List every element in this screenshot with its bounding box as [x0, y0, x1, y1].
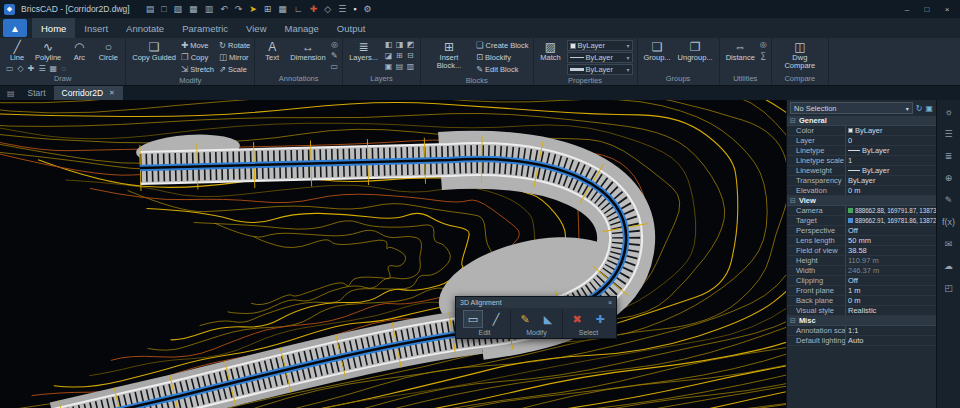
property-row-default-lighting[interactable]: Default lightingAuto [787, 336, 936, 346]
property-row-layer[interactable]: Layer0 [787, 136, 936, 146]
draw-tool-icon-0[interactable]: ▭ [6, 64, 14, 73]
annotate-panel-icon[interactable]: ✎ [940, 193, 958, 206]
stretch-button[interactable]: ⇲Stretch [181, 63, 214, 75]
distance-button[interactable]: ⇔Distance [724, 39, 757, 63]
property-row-clipping[interactable]: ClippingOff [787, 276, 936, 286]
doc-tab-corridor2d[interactable]: Corridor2D✕ [54, 86, 123, 100]
property-row-transparency[interactable]: TransparencyByLayer [787, 176, 936, 186]
property-row-perspective[interactable]: PerspectiveOff [787, 226, 936, 236]
polyline-button[interactable]: ∿Polyline [33, 39, 63, 63]
pick-add-icon[interactable]: ▣ [925, 104, 933, 113]
doc-tab-start[interactable]: Start [20, 86, 54, 100]
layer-tool-icon-3[interactable]: ◪ [383, 50, 394, 61]
bylayer-dropdown-0[interactable]: ByLayer▾ [567, 40, 633, 51]
collapse-icon[interactable]: ⊟ [790, 117, 796, 125]
properties-panel-icon[interactable]: ☰ [940, 127, 958, 140]
close-icon[interactable]: × [608, 299, 612, 306]
close-button[interactable]: × [938, 5, 956, 14]
text-button[interactable]: AText [259, 39, 285, 63]
rotate-button[interactable]: ↻Rotate [219, 39, 250, 51]
section-view[interactable]: ⊟View [787, 196, 936, 206]
edit-alignment-icon[interactable]: ▭ [463, 310, 483, 328]
match-button[interactable]: ▨Match [538, 39, 564, 63]
selection-dropdown[interactable]: No Selection ▾ [790, 102, 913, 114]
lineweight-icon[interactable]: ☰ [338, 4, 346, 14]
layers-button[interactable]: ≣Layers... [347, 39, 380, 63]
tab-list-icon[interactable]: ▤ [2, 86, 20, 100]
corner-edit-icon[interactable]: ◣ [538, 310, 558, 328]
draw-tool-icon-1[interactable]: ◇ [18, 64, 24, 73]
application-button[interactable]: ▲ [3, 19, 27, 37]
line-button[interactable]: ╱Line [4, 39, 30, 63]
section-general[interactable]: ⊟General [787, 116, 936, 126]
refresh-icon[interactable]: ↻ [916, 104, 923, 113]
paint-corridor-icon[interactable]: ✎ [515, 310, 535, 328]
new-icon[interactable]: □ [161, 4, 166, 14]
print-icon[interactable]: ▥ [205, 4, 214, 14]
tab-parametric[interactable]: Parametric [173, 18, 237, 38]
create-block-button[interactable]: ❏Create Block [476, 39, 529, 51]
layer-tool-icon-6[interactable]: ▣ [383, 61, 394, 72]
bylayer-dropdown-1[interactable]: ByLayer▾ [567, 52, 633, 63]
draw-tool-icon-5[interactable]: ◌ [61, 64, 66, 73]
corridor-drawing[interactable] [0, 100, 786, 408]
workspace-icon[interactable]: ▤ [146, 4, 155, 14]
color-swatch-icon[interactable]: ▪ [353, 4, 356, 14]
layer-tool-icon-8[interactable]: ▥ [405, 61, 416, 72]
floating-toolbar-titlebar[interactable]: 3D Alignment × [456, 297, 616, 308]
collapse-icon[interactable]: ⊟ [790, 317, 796, 325]
group-button[interactable]: ❏Group... [642, 39, 673, 63]
property-row-elevation[interactable]: Elevation0 m [787, 186, 936, 196]
scale-button[interactable]: ⇗Scale [219, 63, 250, 75]
attachments-icon[interactable]: ⊕ [940, 171, 958, 184]
property-row-linetype[interactable]: LinetypeByLayer [787, 146, 936, 156]
property-row-field-of-view[interactable]: Field of view38.58 [787, 246, 936, 256]
tool-icon-2[interactable]: ▭ [331, 61, 339, 72]
minimize-button[interactable]: – [898, 5, 916, 14]
property-row-color[interactable]: ColorByLayer [787, 126, 936, 136]
move-button[interactable]: ✚Move [181, 39, 214, 51]
tool-icon-0[interactable]: ◎ [760, 39, 767, 50]
layers-panel-icon[interactable]: ≣ [940, 149, 958, 162]
ortho-icon[interactable]: ∟ [294, 4, 303, 14]
draw-tool-icon-3[interactable]: ☰ [38, 64, 45, 73]
property-row-camera[interactable]: Camera888662.88, 169791.87, 13873.93 [787, 206, 936, 216]
comments-panel-icon[interactable]: ✉ [940, 237, 958, 250]
tool-icon-1[interactable]: ∑ [760, 50, 767, 61]
undo-icon[interactable]: ↶ [220, 4, 228, 14]
layer-tool-icon-0[interactable]: ◧ [383, 39, 394, 50]
structure-panel-icon[interactable]: ◰ [940, 281, 958, 294]
cloud-panel-icon[interactable]: ☁ [940, 259, 958, 272]
property-row-annotation-scale[interactable]: Annotation scale1:1 [787, 326, 936, 336]
property-row-lens-length[interactable]: Lens length50 mm [787, 236, 936, 246]
delete-icon[interactable]: ✖ [567, 310, 587, 328]
cursor-icon[interactable]: ➤ [249, 4, 257, 14]
bylayer-dropdown-2[interactable]: ByLayer▾ [567, 64, 633, 75]
tab-annotate[interactable]: Annotate [117, 18, 173, 38]
property-row-linetype-scale[interactable]: Linetype scale1 [787, 156, 936, 166]
esnap-icon[interactable]: ◇ [324, 4, 331, 14]
redo-icon[interactable]: ↷ [235, 4, 243, 14]
floating-toolbar-3d-alignment[interactable]: 3D Alignment × ▭╱Edit✎◣Modify✖✚Select [455, 296, 617, 339]
draw-tool-icon-2[interactable]: ✚ [28, 64, 35, 73]
tab-home[interactable]: Home [32, 18, 75, 38]
fields-panel-icon[interactable]: f(x) [940, 215, 958, 228]
open-icon[interactable]: ▧ [174, 4, 183, 14]
edit-profile-icon[interactable]: ╱ [486, 310, 506, 328]
property-row-visual-style[interactable]: Visual styleRealistic [787, 306, 936, 316]
insert-block-button[interactable]: ⊞Insert Block... [425, 39, 473, 71]
arc-button[interactable]: ◠Arc [66, 39, 92, 63]
copy-guided-button[interactable]: ❏Copy Guided [130, 39, 178, 63]
layer-tool-icon-2[interactable]: ◩ [405, 39, 416, 50]
property-row-width[interactable]: Width246.37 m [787, 266, 936, 276]
snap-icon[interactable]: ⊞ [264, 4, 272, 14]
edit-block-button[interactable]: ✎Edit Block [476, 63, 529, 75]
copy-button[interactable]: ❐Copy [181, 51, 214, 63]
property-row-height[interactable]: Height110.97 m [787, 256, 936, 266]
blockify-button[interactable]: ⊡Blockify [476, 51, 529, 63]
mirror-button[interactable]: ◫Mirror [219, 51, 250, 63]
tab-view[interactable]: View [237, 18, 275, 38]
tips-icon[interactable]: ☼ [940, 105, 958, 118]
property-row-lineweight[interactable]: LineweightByLayer [787, 166, 936, 176]
section-misc[interactable]: ⊟Misc [787, 316, 936, 326]
